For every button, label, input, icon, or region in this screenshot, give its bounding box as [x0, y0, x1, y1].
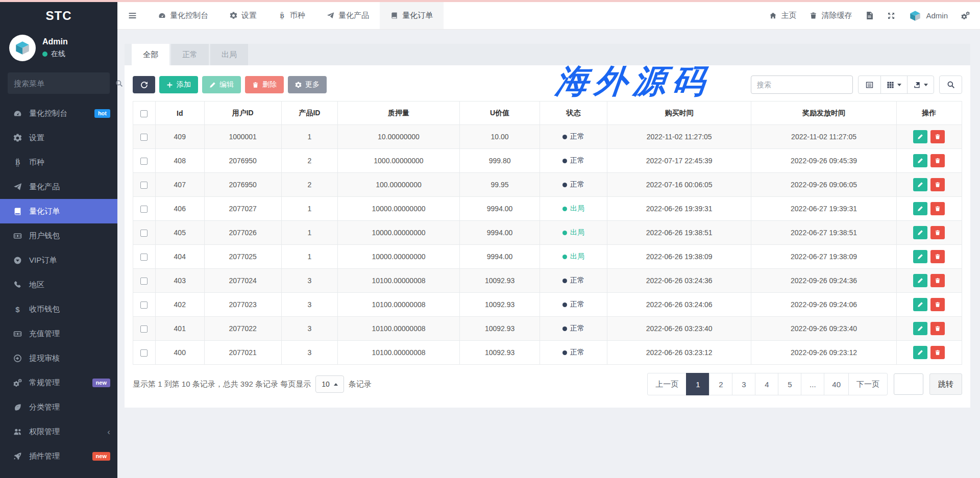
row-delete-button[interactable]: [930, 202, 945, 215]
row-checkbox[interactable]: [140, 206, 148, 213]
table-search-input[interactable]: [751, 76, 853, 94]
row-edit-button[interactable]: [913, 202, 927, 215]
select-all-checkbox[interactable]: [140, 110, 148, 117]
row-checkbox[interactable]: [140, 301, 148, 309]
row-edit-button[interactable]: [913, 154, 927, 167]
sidebar-item-quant-console[interactable]: 量化控制台hot: [0, 101, 117, 125]
page-number-button[interactable]: 40: [824, 373, 849, 395]
fullscreen-icon[interactable]: [887, 12, 895, 20]
plus-icon: [166, 82, 173, 88]
status-badge: 正常: [562, 132, 584, 141]
columns-button[interactable]: [880, 76, 908, 94]
row-edit-button[interactable]: [913, 274, 927, 287]
filter-tab-1[interactable]: 正常: [171, 44, 209, 65]
row-delete-button[interactable]: [930, 154, 945, 167]
row-checkbox[interactable]: [140, 325, 148, 333]
row-edit-button[interactable]: [913, 346, 927, 359]
refresh-icon: [141, 82, 148, 88]
row-delete-button[interactable]: [930, 250, 945, 263]
page-number-button[interactable]: 5: [778, 373, 801, 395]
tab-settings[interactable]: 设置: [219, 2, 267, 29]
row-checkbox[interactable]: [140, 158, 148, 165]
tab-coin[interactable]: B币种: [267, 2, 316, 29]
row-delete-button[interactable]: [930, 298, 945, 311]
edit-button[interactable]: 编辑: [202, 76, 241, 93]
row-edit-button[interactable]: [913, 298, 927, 311]
filter-tab-0[interactable]: 全部: [132, 44, 169, 65]
filter-tab-2[interactable]: 出局: [210, 44, 248, 65]
row-checkbox[interactable]: [140, 134, 148, 141]
user-menu[interactable]: Admin: [909, 9, 948, 22]
row-checkbox[interactable]: [140, 254, 148, 261]
sidebar-item-permission[interactable]: 权限管理‹: [0, 419, 117, 444]
cell-product-id: 1: [281, 197, 337, 221]
row-checkbox[interactable]: [140, 278, 148, 285]
row-edit-button[interactable]: [913, 226, 927, 239]
clear-cache-link[interactable]: 清除缓存: [810, 11, 852, 20]
cell-actions: [896, 269, 962, 293]
sidebar-item-category[interactable]: 分类管理: [0, 395, 117, 419]
page-number-button[interactable]: 3: [732, 373, 755, 395]
jump-page-input[interactable]: [894, 373, 923, 395]
search-trigger-button[interactable]: [939, 76, 962, 94]
row-delete-button[interactable]: [930, 346, 945, 359]
user-panel[interactable]: Admin 在线: [0, 30, 117, 68]
row-edit-button[interactable]: [913, 178, 927, 191]
page-number-button[interactable]: 4: [755, 373, 778, 395]
sidebar-item-receive-wallet[interactable]: $收币钱包: [0, 297, 117, 321]
sidebar-item-quant-product[interactable]: 量化产品: [0, 174, 117, 199]
page-prev-button[interactable]: 上一页: [647, 373, 687, 395]
row-checkbox[interactable]: [140, 349, 148, 357]
page-number-button[interactable]: 1: [686, 373, 709, 395]
row-edit-button[interactable]: [913, 130, 927, 143]
cell-u-value: 999.80: [459, 149, 540, 173]
sidebar-search-input[interactable]: [14, 79, 115, 88]
home-link[interactable]: 主页: [769, 11, 796, 20]
sidebar-item-settings[interactable]: 设置: [0, 125, 117, 150]
row-delete-button[interactable]: [930, 322, 945, 335]
row-delete-button[interactable]: [930, 274, 945, 287]
language-file-icon[interactable]: [865, 11, 874, 20]
svg-text:$: $: [15, 305, 20, 313]
row-edit-button[interactable]: [913, 250, 927, 263]
sidebar-item-user-wallet[interactable]: 用户钱包: [0, 223, 117, 248]
tab-quant-console[interactable]: 量化控制台: [148, 2, 219, 29]
menu-toggle-icon[interactable]: [117, 2, 148, 29]
tab-quant-product[interactable]: 量化产品: [316, 2, 380, 29]
settings-cogs-icon[interactable]: [961, 11, 970, 20]
search-icon[interactable]: [115, 80, 123, 87]
detail-view-button[interactable]: [858, 76, 881, 94]
row-delete-button[interactable]: [930, 178, 945, 191]
sidebar-item-recharge[interactable]: 充值管理: [0, 321, 117, 346]
sidebar-item-region[interactable]: 地区: [0, 272, 117, 297]
tab-quant-order[interactable]: 量化订单: [380, 2, 444, 29]
sidebar-item-general[interactable]: 常规管理new: [0, 370, 117, 395]
refresh-button[interactable]: [133, 76, 155, 93]
pager: 上一页12345...40下一页: [647, 373, 888, 395]
status-label: 正常: [570, 276, 584, 285]
export-button[interactable]: [907, 76, 934, 94]
cell-actions: [896, 125, 962, 149]
sidebar-item-label: 设置: [29, 133, 44, 143]
page-number-button[interactable]: 2: [709, 373, 732, 395]
row-checkbox[interactable]: [140, 182, 148, 189]
page-next-button[interactable]: 下一页: [848, 373, 888, 395]
sidebar-item-plugin[interactable]: 插件管理new: [0, 444, 117, 468]
row-edit-button[interactable]: [913, 322, 927, 335]
sidebar-item-quant-order[interactable]: 量化订单: [0, 199, 117, 223]
sidebar-item-withdraw-audit[interactable]: 提现审核: [0, 346, 117, 370]
delete-button[interactable]: 删除: [245, 76, 284, 93]
cogs-icon: [11, 379, 23, 387]
row-delete-button[interactable]: [930, 226, 945, 239]
cell-u-value: 10092.93: [459, 293, 540, 317]
row-checkbox[interactable]: [140, 230, 148, 237]
jump-button[interactable]: 跳转: [929, 373, 962, 395]
row-delete-button[interactable]: [930, 130, 945, 143]
more-button[interactable]: 更多: [288, 76, 327, 93]
page-ellipsis[interactable]: ...: [801, 373, 824, 395]
pencil-icon: [917, 349, 923, 356]
page-size-select[interactable]: 10: [315, 375, 344, 393]
sidebar-item-vip-order[interactable]: VIP订单: [0, 248, 117, 272]
add-button[interactable]: 添加: [159, 76, 198, 93]
sidebar-item-coin[interactable]: B币种: [0, 150, 117, 174]
